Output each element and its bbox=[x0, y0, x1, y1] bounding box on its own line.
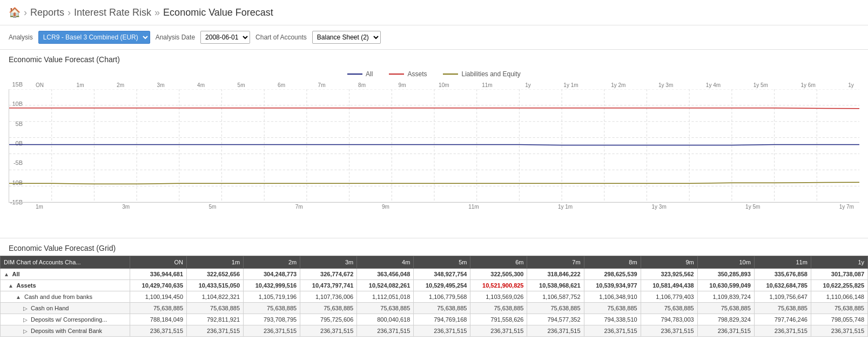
cell-value: 75,638,885 bbox=[697, 303, 754, 314]
home-icon[interactable]: 🏠 bbox=[9, 6, 21, 18]
chart-of-accounts-select[interactable]: Balance Sheet (2) bbox=[312, 31, 381, 44]
chart-body: 15B 10B 5B 0B -5B -10B -15B bbox=[9, 89, 859, 203]
cell-value: 1,106,348,910 bbox=[584, 291, 641, 303]
col-header-1y: 1y bbox=[811, 256, 867, 269]
legend-assets-label: Assets bbox=[407, 70, 427, 78]
chart-svg bbox=[9, 89, 859, 202]
analysis-date-select[interactable]: 2008-06-01 bbox=[200, 31, 250, 44]
col-header-3m: 3m bbox=[300, 256, 357, 269]
col-header-7m: 7m bbox=[527, 256, 584, 269]
legend-all-line bbox=[347, 74, 362, 75]
cell-value: 75,638,885 bbox=[187, 303, 244, 314]
cell-value: 322,505,300 bbox=[470, 269, 527, 280]
cell-value: 794,338,510 bbox=[584, 314, 641, 325]
table-row: ▲ Cash and due from banks 1,100,194,450 … bbox=[1, 291, 868, 303]
cell-value: 75,638,885 bbox=[130, 303, 186, 314]
cell-value: 322,652,656 bbox=[187, 269, 244, 280]
cell-value: 797,746,246 bbox=[754, 314, 811, 325]
cell-value: 10,524,082,261 bbox=[357, 280, 414, 291]
analysis-date-label: Analysis Date bbox=[156, 34, 195, 41]
cell-value: 236,371,515 bbox=[527, 325, 584, 337]
col-header-9m: 9m bbox=[641, 256, 697, 269]
cell-value: 798,829,324 bbox=[697, 314, 754, 325]
cell-value: 75,638,885 bbox=[300, 303, 357, 314]
legend-liabilities: Liabilities and Equity bbox=[443, 70, 520, 78]
cell-value: 788,184,049 bbox=[130, 314, 186, 325]
cell-value: 335,676,858 bbox=[754, 269, 811, 280]
cell-value: 794,769,168 bbox=[414, 314, 470, 325]
cell-value: 75,638,885 bbox=[414, 303, 470, 314]
analysis-label: Analysis bbox=[9, 34, 33, 41]
cell-value: 75,638,885 bbox=[527, 303, 584, 314]
cell-value: 10,432,999,516 bbox=[244, 280, 300, 291]
table-row: ▲ Assets 10,429,740,635 10,433,515,050 1… bbox=[1, 280, 868, 291]
cell-value: 236,371,515 bbox=[244, 325, 300, 337]
cell-value: 236,371,515 bbox=[754, 325, 811, 337]
chart-area bbox=[9, 89, 859, 203]
cell-value: 326,774,672 bbox=[300, 269, 357, 280]
table-row: ▷ Cash on Hand 75,638,885 75,638,885 75,… bbox=[1, 303, 868, 314]
legend-assets-line bbox=[389, 74, 404, 75]
col-header-6m: 6m bbox=[470, 256, 527, 269]
analysis-select[interactable]: LCR9 - Basel 3 Combined (EUR) bbox=[38, 31, 150, 44]
cell-value: 363,456,048 bbox=[357, 269, 414, 280]
cell-value: 1,110,066,148 bbox=[811, 291, 867, 303]
table-row: ▷ Deposits w/ Corresponding... 788,184,0… bbox=[1, 314, 868, 325]
cell-value: 1,109,756,647 bbox=[754, 291, 811, 303]
cell-value: 350,285,893 bbox=[697, 269, 754, 280]
cell-value: 1,112,051,018 bbox=[357, 291, 414, 303]
cell-value: 336,944,681 bbox=[130, 269, 186, 280]
cell-value: 236,371,515 bbox=[470, 325, 527, 337]
cell-value: 236,371,515 bbox=[811, 325, 867, 337]
cell-value: 75,638,885 bbox=[357, 303, 414, 314]
legend-assets: Assets bbox=[389, 70, 427, 78]
cell-value: 1,106,779,403 bbox=[641, 291, 697, 303]
x-labels-bottom: 1m 3m 5m 7m 9m 11m 1y 1m 1y 3m 1y 5m 1y … bbox=[36, 203, 854, 211]
row-label[interactable]: ▲ Cash and due from banks bbox=[1, 291, 130, 303]
page-title: Economic Value Forecast bbox=[163, 7, 273, 18]
table-header-row: DIM Chart of Accounts Cha... ON 1m 2m 3m… bbox=[1, 256, 868, 269]
controls-bar: Analysis LCR9 - Basel 3 Combined (EUR) A… bbox=[0, 25, 868, 50]
cell-value: 10,433,515,050 bbox=[187, 280, 244, 291]
breadcrumb-reports[interactable]: Reports bbox=[30, 7, 64, 18]
cell-value: 10,521,900,825 bbox=[470, 280, 527, 291]
cell-value: 304,248,773 bbox=[244, 269, 300, 280]
cell-value: 236,371,515 bbox=[300, 325, 357, 337]
cell-value: 236,371,515 bbox=[584, 325, 641, 337]
legend-all: All bbox=[347, 70, 373, 78]
data-table: DIM Chart of Accounts Cha... ON 1m 2m 3m… bbox=[0, 256, 868, 337]
breadcrumb: 🏠 › Reports › Interest Rate Risk » Econo… bbox=[0, 0, 868, 25]
breadcrumb-irr: Interest Rate Risk bbox=[74, 7, 151, 18]
table-row: ▲ All 336,944,681 322,652,656 304,248,77… bbox=[1, 269, 868, 280]
row-label[interactable]: ▲ All bbox=[1, 269, 130, 280]
cell-value: 236,371,515 bbox=[641, 325, 697, 337]
cell-value: 10,630,599,049 bbox=[697, 280, 754, 291]
data-grid: DIM Chart of Accounts Cha... ON 1m 2m 3m… bbox=[0, 256, 868, 342]
cell-value: 794,577,352 bbox=[527, 314, 584, 325]
cell-value: 1,100,194,450 bbox=[130, 291, 186, 303]
cell-value: 795,725,606 bbox=[300, 314, 357, 325]
x-labels-top: ON 1m 2m 3m 4m 5m 6m 7m 8m 9m 10m 11m 1y… bbox=[36, 81, 854, 89]
row-label[interactable]: ▷ Deposits w/ Corresponding... bbox=[1, 314, 130, 325]
cell-value: 1,103,569,026 bbox=[470, 291, 527, 303]
col-header-5m: 5m bbox=[414, 256, 470, 269]
cell-value: 794,783,003 bbox=[641, 314, 697, 325]
cell-value: 10,539,934,977 bbox=[584, 280, 641, 291]
legend-liabilities-label: Liabilities and Equity bbox=[461, 70, 520, 78]
cell-value: 236,371,515 bbox=[187, 325, 244, 337]
cell-value: 236,371,515 bbox=[130, 325, 186, 337]
row-label[interactable]: ▲ Assets bbox=[1, 280, 130, 291]
cell-value: 793,708,795 bbox=[244, 314, 300, 325]
row-label[interactable]: ▷ Deposits with Central Bank bbox=[1, 325, 130, 337]
grid-section-title: Economic Value Forecast (Grid) bbox=[0, 238, 868, 256]
cell-value: 75,638,885 bbox=[244, 303, 300, 314]
row-label[interactable]: ▷ Cash on Hand bbox=[1, 303, 130, 314]
cell-value: 236,371,515 bbox=[697, 325, 754, 337]
cell-value: 298,625,539 bbox=[584, 269, 641, 280]
cell-value: 1,106,779,568 bbox=[414, 291, 470, 303]
legend-all-label: All bbox=[366, 70, 373, 78]
col-header-11m: 11m bbox=[754, 256, 811, 269]
cell-value: 75,638,885 bbox=[584, 303, 641, 314]
cell-value: 10,473,797,741 bbox=[300, 280, 357, 291]
table-row: ▷ Deposits with Central Bank 236,371,515… bbox=[1, 325, 868, 337]
